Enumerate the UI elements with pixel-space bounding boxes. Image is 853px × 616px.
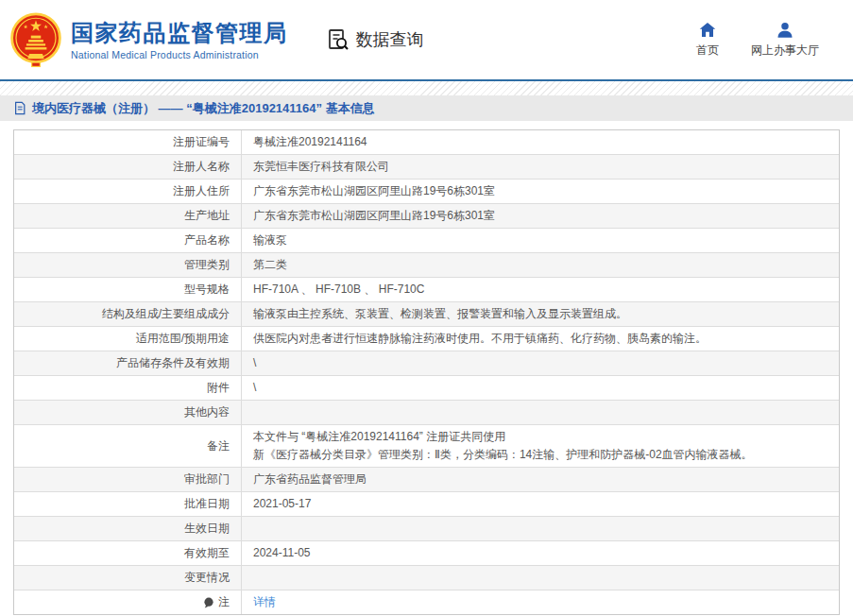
- row-value: 广东省药品监督管理局: [242, 468, 839, 491]
- home-icon: [699, 22, 716, 38]
- row-label: 备注: [14, 425, 242, 467]
- row-value: [242, 401, 839, 424]
- row-label: 其他内容: [14, 401, 242, 424]
- table-row: 有效期至 2024-11-05: [14, 541, 839, 566]
- table-row: 管理类别 第二类: [14, 253, 839, 278]
- row-value: 广东省东莞市松山湖园区阿里山路19号6栋301室: [242, 180, 839, 203]
- site-title-block: 国家药品监督管理局 National Medical Products Admi…: [71, 20, 288, 60]
- row-value: [242, 566, 839, 590]
- row-value: \: [242, 351, 839, 375]
- row-value: 详情: [242, 590, 839, 614]
- table-row: 备注 本文件与 “粤械注准20192141164” 注册证共同使用 新《医疗器械…: [14, 425, 839, 468]
- site-logo[interactable]: 国家药品监督管理局 National Medical Products Admi…: [9, 10, 288, 69]
- row-value: 广东省东莞市松山湖园区阿里山路19号6栋301室: [242, 204, 839, 228]
- site-subtitle: National Medical Products Administration: [71, 49, 288, 60]
- table-row-note: 注 详情: [14, 590, 839, 614]
- table-row: 其他内容: [14, 401, 839, 425]
- table-row: 注册人名称 东莞恒丰医疗科技有限公司: [14, 155, 839, 180]
- row-value: 供医院内对患者进行恒速静脉输注药液时使用。不用于镇痛药、化疗药物、胰岛素的输注。: [242, 327, 839, 351]
- row-label: 型号规格: [14, 278, 242, 301]
- table-row: 型号规格 HF-710A 、 HF-710B 、 HF-710C: [14, 278, 839, 302]
- detail-link[interactable]: 详情: [253, 593, 276, 611]
- person-icon: [776, 22, 793, 38]
- nav-service-hall-label: 网上办事大厅: [751, 43, 819, 59]
- table-row: 适用范围/预期用途 供医院内对患者进行恒速静脉输注药液时使用。不用于镇痛药、化疗…: [14, 327, 839, 351]
- row-label: 注册证编号: [14, 130, 242, 154]
- row-value: \: [242, 376, 839, 400]
- row-label: 产品名称: [14, 229, 242, 252]
- row-value: [242, 517, 839, 540]
- table-row: 注册证编号 粤械注准20192141164: [14, 130, 839, 155]
- row-label: 管理类别: [14, 253, 242, 277]
- row-label: 生产地址: [14, 204, 242, 228]
- table-row: 产品储存条件及有效期 \: [14, 351, 839, 376]
- row-value: 东莞恒丰医疗科技有限公司: [242, 155, 839, 179]
- row-label: 生效日期: [14, 517, 242, 540]
- row-label: 注册人名称: [14, 155, 242, 179]
- row-label: 产品储存条件及有效期: [14, 351, 242, 375]
- row-label: 有效期至: [14, 541, 242, 565]
- header-nav: 首页 网上办事大厅: [696, 22, 832, 59]
- nav-home-label: 首页: [696, 43, 719, 59]
- header-hatch-strip: [0, 81, 853, 95]
- table-row: 结构及组成/主要组成成分 输液泵由主控系统、泵装置、检测装置、报警装置和输入及显…: [14, 302, 839, 327]
- document-search-icon: [326, 27, 350, 52]
- header: 国家药品监督管理局 National Medical Products Admi…: [0, 0, 853, 79]
- row-label: 变更情况: [14, 566, 242, 590]
- row-value: 2021-05-17: [242, 492, 839, 516]
- row-value: 本文件与 “粤械注准20192141164” 注册证共同使用 新《医疗器械分类目…: [242, 425, 839, 467]
- table-row: 审批部门 广东省药品监督管理局: [14, 468, 839, 492]
- row-value: HF-710A 、 HF-710B 、 HF-710C: [242, 278, 839, 301]
- row-value: 输液泵由主控系统、泵装置、检测装置、报警装置和输入及显示装置组成。: [242, 302, 839, 326]
- china-national-emblem-icon: [9, 10, 62, 69]
- row-label: 适用范围/预期用途: [14, 327, 242, 351]
- table-row: 批准日期 2021-05-17: [14, 492, 839, 517]
- table-row: 生产地址 广东省东莞市松山湖园区阿里山路19号6栋301室: [14, 204, 839, 229]
- data-query-tab[interactable]: 数据查询: [326, 27, 424, 52]
- document-icon: [13, 101, 26, 115]
- table-row: 附件 \: [14, 376, 839, 401]
- data-query-label: 数据查询: [356, 28, 424, 51]
- table-row: 生效日期: [14, 517, 839, 541]
- row-label: 注册人住所: [14, 180, 242, 203]
- note-bubble-icon: [203, 597, 214, 608]
- row-label: 批准日期: [14, 492, 242, 516]
- site-title: 国家药品监督管理局: [71, 20, 288, 46]
- row-label: 注: [14, 590, 242, 614]
- row-value: 2024-11-05: [242, 541, 839, 565]
- nav-home[interactable]: 首页: [696, 22, 719, 59]
- nav-service-hall[interactable]: 网上办事大厅: [751, 22, 819, 59]
- table-row: 产品名称 输液泵: [14, 229, 839, 253]
- registration-info-table: 注册证编号 粤械注准20192141164 注册人名称 东莞恒丰医疗科技有限公司…: [13, 129, 840, 615]
- row-label: 审批部门: [14, 468, 242, 491]
- breadcrumb-text: 境内医疗器械（注册） —— “粤械注准20192141164” 基本信息: [32, 100, 375, 117]
- row-label: 附件: [14, 376, 242, 400]
- row-value: 第二类: [242, 253, 839, 277]
- row-label: 结构及组成/主要组成成分: [14, 302, 242, 326]
- breadcrumb: 境内医疗器械（注册） —— “粤械注准20192141164” 基本信息: [0, 95, 853, 121]
- row-value: 输液泵: [242, 229, 839, 252]
- row-value: 粤械注准20192141164: [242, 130, 839, 154]
- table-row: 变更情况: [14, 566, 839, 590]
- table-row: 注册人住所 广东省东莞市松山湖园区阿里山路19号6栋301室: [14, 180, 839, 204]
